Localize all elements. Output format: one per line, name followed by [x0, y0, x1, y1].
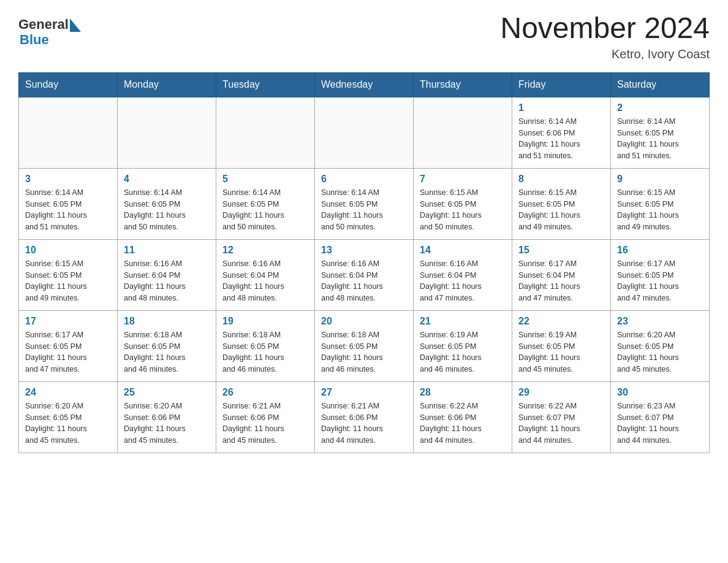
calendar-day-cell: 24Sunrise: 6:20 AMSunset: 6:05 PMDayligh…	[19, 381, 118, 453]
day-number: 18	[124, 316, 210, 327]
calendar-day-cell	[216, 97, 315, 169]
day-info: Sunrise: 6:21 AMSunset: 6:06 PMDaylight:…	[321, 400, 407, 446]
day-number: 12	[222, 245, 308, 256]
calendar-day-cell: 17Sunrise: 6:17 AMSunset: 6:05 PMDayligh…	[19, 310, 118, 381]
calendar-day-cell: 7Sunrise: 6:15 AMSunset: 6:05 PMDaylight…	[414, 168, 512, 239]
calendar-day-cell: 8Sunrise: 6:15 AMSunset: 6:05 PMDaylight…	[512, 168, 611, 239]
calendar-day-cell: 2Sunrise: 6:14 AMSunset: 6:05 PMDaylight…	[611, 97, 710, 169]
day-info: Sunrise: 6:18 AMSunset: 6:05 PMDaylight:…	[222, 329, 308, 375]
calendar-day-cell: 16Sunrise: 6:17 AMSunset: 6:05 PMDayligh…	[611, 239, 710, 310]
day-number: 17	[25, 316, 111, 327]
day-info: Sunrise: 6:22 AMSunset: 6:07 PMDaylight:…	[518, 400, 604, 446]
day-info: Sunrise: 6:20 AMSunset: 6:06 PMDaylight:…	[124, 400, 210, 446]
day-number: 16	[617, 245, 703, 256]
day-number: 1	[518, 102, 604, 113]
calendar-header-row: SundayMondayTuesdayWednesdayThursdayFrid…	[19, 72, 710, 97]
day-info: Sunrise: 6:14 AMSunset: 6:05 PMDaylight:…	[617, 116, 703, 162]
calendar-day-cell: 27Sunrise: 6:21 AMSunset: 6:06 PMDayligh…	[315, 381, 414, 453]
day-number: 22	[518, 316, 604, 327]
day-number: 4	[124, 174, 210, 185]
weekday-header-friday: Friday	[512, 72, 611, 97]
day-info: Sunrise: 6:22 AMSunset: 6:06 PMDaylight:…	[420, 400, 506, 446]
logo: General Blue	[18, 17, 81, 48]
weekday-header-tuesday: Tuesday	[216, 72, 315, 97]
location-subtitle: Ketro, Ivory Coast	[500, 47, 710, 61]
calendar-day-cell: 12Sunrise: 6:16 AMSunset: 6:04 PMDayligh…	[216, 239, 315, 310]
day-number: 29	[518, 387, 604, 398]
day-number: 13	[321, 245, 407, 256]
day-number: 19	[222, 316, 308, 327]
calendar-day-cell	[315, 97, 414, 169]
weekday-header-thursday: Thursday	[414, 72, 512, 97]
day-info: Sunrise: 6:15 AMSunset: 6:05 PMDaylight:…	[420, 187, 506, 233]
day-number: 26	[222, 387, 308, 398]
calendar-day-cell: 15Sunrise: 6:17 AMSunset: 6:04 PMDayligh…	[512, 239, 611, 310]
day-number: 24	[25, 387, 111, 398]
calendar-day-cell: 21Sunrise: 6:19 AMSunset: 6:05 PMDayligh…	[414, 310, 512, 381]
day-info: Sunrise: 6:17 AMSunset: 6:04 PMDaylight:…	[518, 258, 604, 304]
day-info: Sunrise: 6:15 AMSunset: 6:05 PMDaylight:…	[25, 258, 111, 304]
weekday-header-sunday: Sunday	[19, 72, 118, 97]
day-number: 2	[617, 102, 703, 113]
day-number: 9	[617, 174, 703, 185]
day-info: Sunrise: 6:17 AMSunset: 6:05 PMDaylight:…	[617, 258, 703, 304]
calendar-day-cell	[414, 97, 512, 169]
day-info: Sunrise: 6:20 AMSunset: 6:05 PMDaylight:…	[25, 400, 111, 446]
calendar-day-cell: 18Sunrise: 6:18 AMSunset: 6:05 PMDayligh…	[118, 310, 216, 381]
day-number: 23	[617, 316, 703, 327]
calendar-day-cell: 1Sunrise: 6:14 AMSunset: 6:06 PMDaylight…	[512, 97, 611, 169]
day-info: Sunrise: 6:16 AMSunset: 6:04 PMDaylight:…	[420, 258, 506, 304]
calendar-day-cell: 5Sunrise: 6:14 AMSunset: 6:05 PMDaylight…	[216, 168, 315, 239]
page-header: General Blue November 2024 Ketro, Ivory …	[18, 12, 710, 61]
weekday-header-saturday: Saturday	[611, 72, 710, 97]
day-info: Sunrise: 6:23 AMSunset: 6:07 PMDaylight:…	[617, 400, 703, 446]
calendar-day-cell: 26Sunrise: 6:21 AMSunset: 6:06 PMDayligh…	[216, 381, 315, 453]
calendar-week-row: 1Sunrise: 6:14 AMSunset: 6:06 PMDaylight…	[19, 97, 710, 169]
weekday-header-monday: Monday	[118, 72, 216, 97]
day-info: Sunrise: 6:19 AMSunset: 6:05 PMDaylight:…	[518, 329, 604, 375]
day-number: 8	[518, 174, 604, 185]
calendar-day-cell	[19, 97, 118, 169]
calendar-day-cell: 14Sunrise: 6:16 AMSunset: 6:04 PMDayligh…	[414, 239, 512, 310]
calendar-day-cell: 10Sunrise: 6:15 AMSunset: 6:05 PMDayligh…	[19, 239, 118, 310]
day-number: 20	[321, 316, 407, 327]
day-info: Sunrise: 6:14 AMSunset: 6:05 PMDaylight:…	[25, 187, 111, 233]
day-number: 27	[321, 387, 407, 398]
day-number: 10	[25, 245, 111, 256]
day-info: Sunrise: 6:16 AMSunset: 6:04 PMDaylight:…	[222, 258, 308, 304]
calendar-day-cell: 19Sunrise: 6:18 AMSunset: 6:05 PMDayligh…	[216, 310, 315, 381]
title-area: November 2024 Ketro, Ivory Coast	[500, 12, 710, 61]
day-info: Sunrise: 6:14 AMSunset: 6:05 PMDaylight:…	[321, 187, 407, 233]
calendar-week-row: 3Sunrise: 6:14 AMSunset: 6:05 PMDaylight…	[19, 168, 710, 239]
day-number: 25	[124, 387, 210, 398]
day-info: Sunrise: 6:15 AMSunset: 6:05 PMDaylight:…	[617, 187, 703, 233]
day-info: Sunrise: 6:16 AMSunset: 6:04 PMDaylight:…	[124, 258, 210, 304]
day-info: Sunrise: 6:19 AMSunset: 6:05 PMDaylight:…	[420, 329, 506, 375]
calendar-day-cell	[118, 97, 216, 169]
day-number: 6	[321, 174, 407, 185]
logo-triangle-icon	[70, 18, 81, 32]
calendar-day-cell: 20Sunrise: 6:18 AMSunset: 6:05 PMDayligh…	[315, 310, 414, 381]
calendar-day-cell: 11Sunrise: 6:16 AMSunset: 6:04 PMDayligh…	[118, 239, 216, 310]
calendar-day-cell: 4Sunrise: 6:14 AMSunset: 6:05 PMDaylight…	[118, 168, 216, 239]
day-number: 14	[420, 245, 506, 256]
day-number: 11	[124, 245, 210, 256]
calendar-day-cell: 23Sunrise: 6:20 AMSunset: 6:05 PMDayligh…	[611, 310, 710, 381]
calendar-day-cell: 25Sunrise: 6:20 AMSunset: 6:06 PMDayligh…	[118, 381, 216, 453]
day-number: 15	[518, 245, 604, 256]
svg-marker-0	[70, 18, 81, 32]
day-info: Sunrise: 6:16 AMSunset: 6:04 PMDaylight:…	[321, 258, 407, 304]
calendar-day-cell: 6Sunrise: 6:14 AMSunset: 6:05 PMDaylight…	[315, 168, 414, 239]
logo-text-general: General	[18, 17, 69, 32]
day-info: Sunrise: 6:21 AMSunset: 6:06 PMDaylight:…	[222, 400, 308, 446]
day-number: 21	[420, 316, 506, 327]
day-number: 28	[420, 387, 506, 398]
calendar-week-row: 10Sunrise: 6:15 AMSunset: 6:05 PMDayligh…	[19, 239, 710, 310]
day-number: 3	[25, 174, 111, 185]
day-info: Sunrise: 6:17 AMSunset: 6:05 PMDaylight:…	[25, 329, 111, 375]
calendar-day-cell: 30Sunrise: 6:23 AMSunset: 6:07 PMDayligh…	[611, 381, 710, 453]
day-info: Sunrise: 6:14 AMSunset: 6:05 PMDaylight:…	[124, 187, 210, 233]
day-info: Sunrise: 6:20 AMSunset: 6:05 PMDaylight:…	[617, 329, 703, 375]
calendar-day-cell: 3Sunrise: 6:14 AMSunset: 6:05 PMDaylight…	[19, 168, 118, 239]
calendar-day-cell: 9Sunrise: 6:15 AMSunset: 6:05 PMDaylight…	[611, 168, 710, 239]
